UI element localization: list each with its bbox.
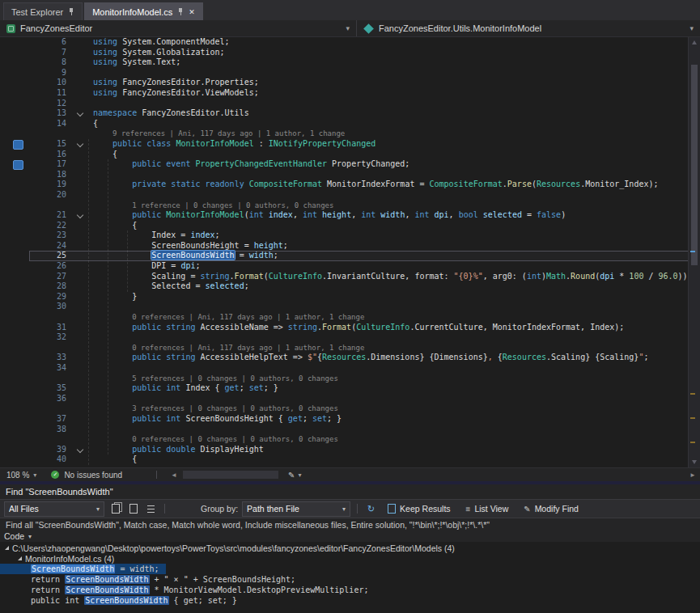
chevron-down-icon[interactable]: ▾ xyxy=(346,24,350,32)
find-result-row[interactable]: public int ScreenBoundsWidth { get; set;… xyxy=(0,595,244,606)
tab-monitorinfomodel[interactable]: MonitorInfoModel.cs ✕ xyxy=(84,2,203,20)
code-cleanup-widget[interactable]: ✎ ▾ xyxy=(285,468,304,481)
tab-test-explorer[interactable]: Test Explorer xyxy=(3,2,83,20)
glyph-margin[interactable] xyxy=(0,404,29,414)
code-text[interactable] xyxy=(88,332,700,343)
copy-results-icon[interactable] xyxy=(108,502,122,516)
code-text[interactable]: public int ScreenBoundsHeight { get; set… xyxy=(88,414,700,425)
glyph-margin[interactable] xyxy=(0,343,29,353)
code-text[interactable] xyxy=(88,99,700,109)
glyph-margin[interactable] xyxy=(0,261,29,272)
glyph-margin[interactable] xyxy=(0,454,29,465)
vertical-scrollbar[interactable] xyxy=(688,37,700,467)
glyph-margin[interactable] xyxy=(0,201,29,211)
pin-icon[interactable] xyxy=(68,8,74,16)
glyph-margin[interactable] xyxy=(0,272,29,282)
reference-glyph-icon[interactable] xyxy=(13,160,23,170)
fold-chevron-icon[interactable] xyxy=(77,141,83,147)
codelens-text[interactable]: 3 references | 0 changes | 0 authors, 0 … xyxy=(88,404,700,414)
project-dropdown[interactable]: FancyZonesEditor ▾ xyxy=(0,20,356,36)
collapse-all-icon[interactable] xyxy=(144,502,158,516)
glyph-margin[interactable] xyxy=(0,68,29,78)
zoom-dropdown[interactable]: 108 % ▾ xyxy=(0,471,45,480)
fold-margin[interactable] xyxy=(74,210,88,221)
codelens-text[interactable]: 1 reference | 0 changes | 0 authors, 0 c… xyxy=(88,201,700,211)
code-text[interactable]: private static readonly CompositeFormat … xyxy=(88,180,700,190)
list-view-button[interactable]: ≡ List View xyxy=(460,501,515,516)
open-results-icon[interactable] xyxy=(126,502,140,516)
glyph-margin[interactable] xyxy=(0,394,29,404)
glyph-margin[interactable] xyxy=(0,251,29,261)
code-text[interactable]: Index = index; xyxy=(88,230,700,241)
code-text[interactable]: { xyxy=(88,119,700,129)
glyph-margin[interactable] xyxy=(0,292,29,302)
glyph-margin[interactable] xyxy=(0,374,29,384)
glyph-margin[interactable] xyxy=(0,414,29,425)
code-text[interactable]: using System.ComponentModel; xyxy=(88,37,700,48)
glyph-margin[interactable] xyxy=(0,159,29,170)
glyph-margin[interactable] xyxy=(0,332,29,343)
chevron-down-icon[interactable]: ▾ xyxy=(689,24,694,32)
scroll-left-arrow-icon[interactable]: ◄ xyxy=(167,471,181,479)
glyph-margin[interactable] xyxy=(0,119,29,129)
code-text[interactable]: public double DisplayHeight xyxy=(88,445,700,455)
code-text[interactable]: Scaling = string.Format(CultureInfo.Inva… xyxy=(88,272,700,282)
glyph-margin[interactable] xyxy=(0,88,29,99)
code-text[interactable]: using FancyZonesEditor.ViewModels; xyxy=(88,88,700,99)
code-text[interactable] xyxy=(88,363,700,374)
code-text[interactable]: { xyxy=(88,150,700,160)
horizontal-scrollbar[interactable]: ✎ ▾ xyxy=(181,468,685,481)
code-text[interactable]: ScreenBoundsHeight = height; xyxy=(88,241,700,252)
fold-margin[interactable] xyxy=(74,445,88,455)
glyph-margin[interactable] xyxy=(0,353,29,363)
reference-glyph-icon[interactable] xyxy=(13,140,23,150)
glyph-margin[interactable] xyxy=(0,241,29,252)
code-text[interactable]: { xyxy=(88,454,700,465)
glyph-margin[interactable] xyxy=(0,363,29,374)
glyph-margin[interactable] xyxy=(0,302,29,312)
type-dropdown[interactable]: FancyZonesEditor.Utils.MonitorInfoModel … xyxy=(356,20,700,36)
code-text[interactable] xyxy=(88,68,700,78)
code-text[interactable] xyxy=(88,170,700,180)
code-text[interactable] xyxy=(88,394,700,404)
scrollbar-up-arrow-icon[interactable] xyxy=(692,40,697,44)
code-text[interactable] xyxy=(88,425,700,435)
find-result-path-row[interactable]: C:\Users\zhaopengwang\Desktop\powertoys\… xyxy=(0,543,461,553)
pin-icon[interactable] xyxy=(177,8,184,16)
scrollbar-down-arrow-icon[interactable] xyxy=(692,460,697,464)
code-text[interactable]: { xyxy=(88,221,700,231)
document-health-indicator[interactable]: ✓ No issues found xyxy=(45,471,129,480)
find-result-row[interactable]: ScreenBoundsWidth = width; xyxy=(0,564,166,574)
code-text[interactable]: ScreenBoundsWidth = width; xyxy=(88,251,700,261)
code-text[interactable]: public MonitorInfoModel(int index, int h… xyxy=(88,210,700,221)
code-text[interactable]: using FancyZonesEditor.Properties; xyxy=(88,78,700,88)
expand-triangle-icon[interactable] xyxy=(18,556,22,560)
group-by-dropdown[interactable]: Path then File ▾ xyxy=(242,501,350,517)
glyph-margin[interactable] xyxy=(0,48,29,58)
close-icon[interactable]: ✕ xyxy=(189,8,195,16)
code-text[interactable]: } xyxy=(88,292,700,302)
glyph-margin[interactable] xyxy=(0,425,29,435)
find-result-row[interactable]: return ScreenBoundsWidth + " × " + Scree… xyxy=(0,574,302,585)
codelens-text[interactable]: 5 references | 0 changes | 0 authors, 0 … xyxy=(88,374,700,384)
scope-dropdown[interactable]: All Files ▾ xyxy=(4,501,104,517)
fold-chevron-icon[interactable] xyxy=(77,212,83,218)
code-text[interactable]: public event PropertyChangedEventHandler… xyxy=(88,159,700,170)
glyph-margin[interactable] xyxy=(0,210,29,221)
glyph-margin[interactable] xyxy=(0,281,29,292)
glyph-margin[interactable] xyxy=(0,445,29,455)
glyph-margin[interactable] xyxy=(0,230,29,241)
glyph-margin[interactable] xyxy=(0,108,29,119)
scroll-right-arrow-icon[interactable]: ► xyxy=(685,471,700,479)
scrollbar-thumb[interactable] xyxy=(691,65,698,265)
glyph-margin[interactable] xyxy=(0,434,29,445)
code-text[interactable]: DPI = dpi; xyxy=(88,261,700,272)
glyph-margin[interactable] xyxy=(0,150,29,160)
glyph-margin[interactable] xyxy=(0,323,29,333)
glyph-margin[interactable] xyxy=(0,99,29,109)
glyph-margin[interactable] xyxy=(0,221,29,231)
glyph-margin[interactable] xyxy=(0,312,29,323)
code-text[interactable]: using System.Globalization; xyxy=(88,48,700,58)
code-text[interactable]: public string AccessibleHelpText => $"{R… xyxy=(88,353,700,363)
chevron-down-icon[interactable]: ▾ xyxy=(298,471,301,479)
